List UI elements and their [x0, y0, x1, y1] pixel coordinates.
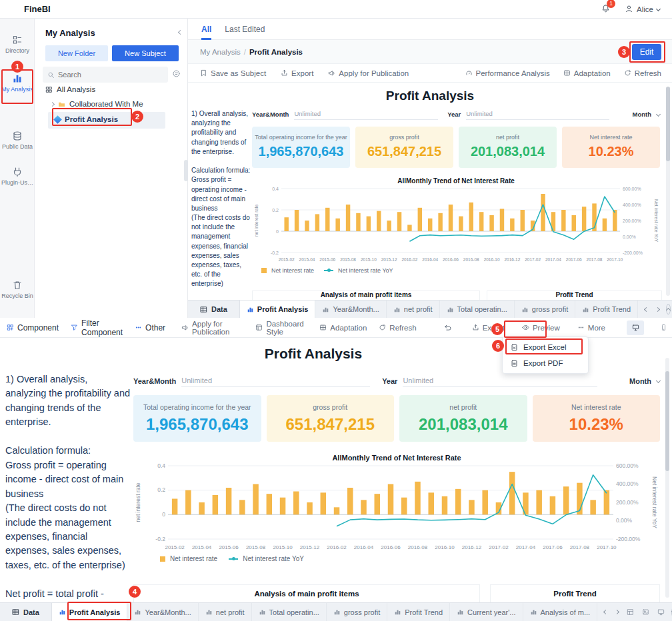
export-button[interactable]: Export	[281, 69, 313, 77]
desktop-view-button[interactable]	[627, 320, 644, 335]
tab-net-profit[interactable]: net profit	[387, 301, 440, 318]
component-button[interactable]: Component	[7, 318, 59, 337]
scrollbar-track[interactable]	[666, 87, 670, 296]
tab-net-profit[interactable]: net profit	[199, 603, 252, 621]
tree-item-profit-analysis[interactable]: Profit Analysis	[55, 115, 118, 123]
tab-total-operating[interactable]: Total operatin...	[440, 301, 515, 318]
apply-publication-button[interactable]: Apply for Publication	[181, 320, 243, 336]
filter-icon[interactable]	[172, 69, 181, 78]
analysis-panel: My Analysis New Folder New Subject All A…	[35, 19, 188, 318]
export-table-icon[interactable]	[627, 608, 634, 616]
tab-year-month[interactable]: Year&Month...	[315, 301, 386, 318]
kpi-card-total-income[interactable]: Total operating income for the year 1,96…	[252, 127, 350, 168]
tab-profit-trend[interactable]: Profit Trend	[387, 603, 450, 621]
chart-tab-icon	[59, 608, 66, 616]
breadcrumb-root[interactable]: My Analysis	[200, 48, 241, 56]
preview-button[interactable]: Preview	[522, 324, 560, 332]
trend-chart-card[interactable]: AllMonthly Trend of Net Interest Rate 0.…	[133, 454, 660, 576]
image-icon[interactable]	[642, 608, 649, 616]
rail-item-public-data[interactable]: Public Data	[0, 131, 35, 150]
edit-button[interactable]: Edit	[632, 44, 661, 60]
dashboard-style-button[interactable]: Dashboard Style	[255, 320, 307, 336]
other-button[interactable]: Other	[135, 318, 165, 337]
apply-publication-button[interactable]: Apply for Publication	[328, 69, 409, 77]
menu-item-export-pdf[interactable]: Export PDF	[503, 355, 588, 371]
tab-all[interactable]: All	[201, 19, 211, 40]
scrollbar-track[interactable]	[665, 358, 669, 598]
tab-data[interactable]: Data	[0, 603, 52, 621]
filter-year-month-value[interactable]: Unlimited	[294, 110, 438, 120]
new-folder-button[interactable]: New Folder	[45, 45, 108, 61]
kpi-card-total-income[interactable]: Total operating income for the year 1,96…	[133, 395, 261, 442]
tab-profit-trend[interactable]: Profit Trend	[575, 301, 638, 318]
monitor-icon[interactable]	[657, 608, 665, 616]
tab-data[interactable]: Data	[188, 301, 240, 318]
search-input[interactable]	[58, 71, 151, 79]
mobile-view-button[interactable]	[655, 320, 672, 335]
kpi-card-net-interest-rate[interactable]: Net interest rate 10.23%	[533, 395, 661, 442]
app-header: FineBI 1 Alice	[0, 0, 672, 19]
tab-analysis-of-m[interactable]: Analysis of m...	[523, 603, 598, 621]
tab-scroll-left-icon[interactable]	[644, 307, 649, 311]
subject-diamond-icon	[53, 115, 62, 124]
tab-scroll-right-icon[interactable]	[655, 307, 660, 311]
tab-gross-profit[interactable]: gross profit	[327, 603, 387, 621]
tree-item-collaborated[interactable]: Collaborated With Me	[51, 100, 143, 108]
tab-year-month[interactable]: Year&Month...	[127, 603, 198, 621]
performance-analysis-button[interactable]: Performance Analysis	[465, 69, 550, 77]
svg-text:2017-02: 2017-02	[525, 257, 541, 262]
filter-component-button[interactable]: Filter Component	[71, 318, 123, 337]
kpi-card-net-interest-rate[interactable]: Net interest rate 10.23%	[562, 127, 660, 168]
save-as-subject-button[interactable]: Save as Subject	[200, 69, 266, 77]
rail-item-directory[interactable]: Directory	[0, 35, 35, 54]
filter-year-value[interactable]: Unlimited	[403, 376, 597, 387]
tab-last-edited[interactable]: Last Edited	[225, 19, 265, 40]
bookmark-icon	[200, 69, 207, 77]
refresh-button[interactable]: Refresh	[379, 320, 416, 336]
chevron-down-icon[interactable]	[656, 378, 661, 383]
kpi-card-gross-profit[interactable]: gross profit 651,847,215	[267, 395, 395, 442]
menu-item-export-excel[interactable]: Export Excel	[503, 339, 588, 355]
tree-item-all-analysis[interactable]: All Analysis	[45, 85, 95, 93]
more-button[interactable]: More	[577, 324, 605, 332]
trash-icon	[12, 280, 23, 291]
tab-total-operating[interactable]: Total operatin...	[252, 603, 327, 621]
undo-icon[interactable]	[443, 323, 452, 332]
tab-scroll-left-icon[interactable]	[603, 610, 608, 614]
filter-year-value[interactable]: Unlimited	[466, 110, 609, 120]
expand-arrow-icon[interactable]	[50, 101, 55, 106]
chart-legend: Net interest rate Net interest rate YoY	[160, 555, 660, 562]
rail-label: Recycle Bin	[1, 293, 33, 299]
collapse-tabbar-button[interactable]	[666, 304, 671, 314]
user-menu[interactable]: Alice	[625, 5, 660, 13]
rail-item-recycle-bin[interactable]: Recycle Bin	[0, 280, 35, 299]
refresh-button[interactable]: Refresh	[624, 69, 661, 77]
tab-profit-analysis[interactable]: Profit Analysis	[52, 603, 128, 621]
tab-scroll-right-icon[interactable]	[615, 610, 619, 614]
notifications-button[interactable]: 1	[601, 3, 610, 15]
dashboard-description: 1) Overall analysis, analyzing the profi…	[5, 372, 131, 602]
kpi-card-net-profit[interactable]: net profit 201,083,014	[399, 395, 527, 442]
adaptation-button[interactable]: Adaptation	[319, 320, 367, 336]
rail-item-my-analysis[interactable]: My Analysis	[0, 73, 35, 93]
export-button[interactable]: Export	[472, 324, 505, 332]
svg-text:2017-04: 2017-04	[545, 257, 561, 262]
adaptation-button[interactable]: Adaptation	[563, 69, 611, 77]
tab-current-year[interactable]: Current year'...	[450, 603, 523, 621]
svg-text:Net interest rate YoY: Net interest rate YoY	[651, 476, 658, 528]
kpi-card-net-profit[interactable]: net profit 201,083,014	[459, 127, 557, 168]
kpi-card-gross-profit[interactable]: gross profit 651,847,215	[355, 127, 453, 168]
tab-gross-profit[interactable]: gross profit	[515, 301, 575, 318]
filter-year-month-value[interactable]: Unlimited	[181, 376, 370, 387]
svg-text:0.00%: 0.00%	[623, 235, 636, 239]
svg-text:200.00%: 200.00%	[616, 499, 639, 506]
rail-item-plugin[interactable]: Plugin-Us…	[0, 167, 35, 186]
panel-collapse-icon[interactable]	[178, 30, 183, 35]
new-subject-button[interactable]: New Subject	[112, 45, 179, 61]
chevron-down-icon[interactable]	[656, 112, 661, 117]
chart-tab-icon	[521, 306, 529, 313]
megaphone-icon	[328, 69, 335, 77]
trend-chart-card[interactable]: AllMonthly Trend of Net Interest Rate 0.…	[252, 177, 660, 285]
chart-tab-icon	[457, 608, 464, 616]
tab-profit-analysis[interactable]: Profit Analysis	[240, 301, 316, 318]
